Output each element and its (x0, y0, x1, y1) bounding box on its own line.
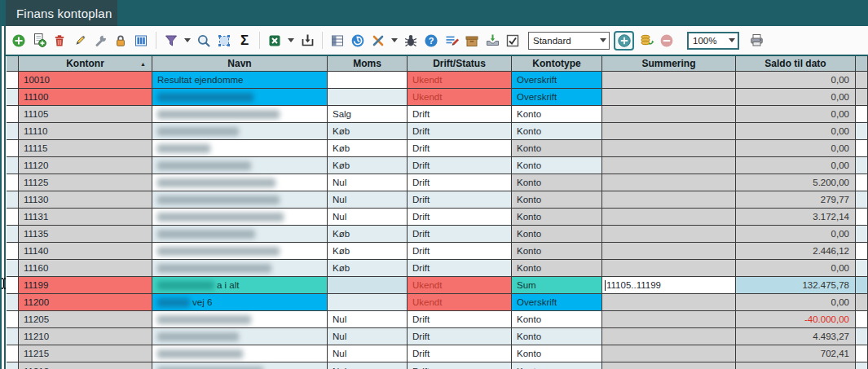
cell-saldo[interactable]: 4.493,27 (736, 328, 856, 345)
cell-navn[interactable] (152, 260, 328, 277)
cell-summering[interactable] (602, 311, 736, 328)
cell-kontonr[interactable]: 11218 (19, 362, 152, 369)
row-selector[interactable] (7, 106, 19, 123)
cell-navn[interactable] (152, 191, 328, 209)
cell-saldo[interactable]: 279,77 (736, 191, 856, 209)
cell-kontonr[interactable]: 11199 (19, 277, 152, 294)
cell-summering[interactable] (602, 140, 736, 157)
cell-navn[interactable] (152, 140, 328, 157)
cell-kontonr[interactable]: 11125 (19, 174, 152, 191)
checkbox-checked-icon[interactable] (504, 33, 521, 49)
cell-drift-status[interactable]: Drift (408, 174, 512, 191)
row-selector[interactable] (7, 174, 19, 191)
cell-summering[interactable] (602, 345, 736, 362)
cell-kontonr[interactable]: 11160 (19, 260, 152, 277)
lock-icon[interactable] (112, 33, 129, 49)
row-selector[interactable] (7, 72, 19, 89)
cell-saldo[interactable]: 132.475,78 (736, 277, 856, 294)
report-icon[interactable] (329, 33, 346, 49)
header-moms[interactable]: Moms (328, 56, 408, 72)
cell-navn[interactable]: Resultat ejendomme (152, 72, 328, 89)
split-icon[interactable] (370, 33, 386, 49)
cell-kontotype[interactable]: Konto (512, 311, 602, 328)
edit-icon[interactable] (72, 33, 88, 49)
zoom-select[interactable]: 100% (687, 32, 739, 50)
cell-saldo[interactable]: 0,00 (736, 294, 856, 311)
cell-kontonr[interactable]: 11120 (19, 157, 152, 174)
row-selector[interactable] (7, 89, 19, 106)
cell-kontotype[interactable]: Konto (512, 157, 602, 174)
cell-navn[interactable]: a i alt (152, 277, 328, 294)
cell-navn[interactable] (152, 311, 328, 328)
cell-moms[interactable]: Køb (328, 243, 408, 260)
excel-export-dropdown-icon[interactable] (288, 38, 294, 42)
cell-kontotype[interactable]: Konto (512, 226, 602, 243)
cell-saldo[interactable]: 0,00 (736, 260, 856, 277)
cell-drift-status[interactable]: Drift (408, 123, 512, 140)
cell-saldo[interactable]: 2.446,12 (736, 243, 856, 260)
cell-drift-status[interactable]: Drift (408, 243, 512, 260)
cell-kontotype[interactable]: Konto (512, 345, 602, 362)
import-box-icon[interactable] (299, 33, 315, 49)
cell-saldo[interactable]: 5.200,00 (736, 174, 856, 191)
cell-drift-status[interactable]: Drift (408, 362, 512, 369)
cell-kontonr[interactable]: 11205 (19, 311, 152, 328)
cell-navn[interactable] (152, 345, 328, 362)
cell-moms[interactable]: Køb (328, 140, 408, 157)
cell-drift-status[interactable]: Drift (408, 106, 512, 123)
cell-saldo[interactable]: 702,41 (736, 345, 856, 362)
cell-kontotype[interactable]: Sum (512, 277, 602, 294)
cell-saldo[interactable]: 0,00 (736, 106, 856, 123)
cell-saldo[interactable] (736, 362, 856, 369)
cell-drift-status[interactable]: Drift (408, 191, 512, 209)
header-navn[interactable]: Navn (152, 56, 328, 72)
cell-navn[interactable] (152, 123, 328, 140)
cell-navn[interactable]: vej 6 (152, 294, 328, 311)
add-icon[interactable] (11, 33, 27, 49)
search-icon[interactable] (196, 33, 212, 49)
inbox-icon[interactable] (484, 33, 500, 49)
cell-moms[interactable] (328, 277, 408, 294)
cell-navn[interactable] (152, 174, 328, 191)
cell-summering[interactable] (602, 72, 736, 89)
cell-summering[interactable] (602, 123, 736, 140)
cell-drift-status[interactable]: Drift (408, 345, 512, 362)
row-selector[interactable] (7, 362, 19, 369)
cell-kontonr[interactable]: 11100 (19, 89, 152, 106)
excel-export-icon[interactable] (267, 33, 283, 49)
cell-moms[interactable]: Køb (328, 157, 408, 174)
cell-kontotype[interactable]: Overskrift (512, 72, 602, 89)
row-selector[interactable] (7, 345, 19, 362)
cell-saldo[interactable]: 0,00 (736, 72, 856, 89)
cell-navn[interactable] (152, 157, 328, 174)
cell-kontonr[interactable]: 11115 (19, 140, 152, 157)
cell-kontotype[interactable]: Konto (512, 243, 602, 260)
history-icon[interactable] (350, 33, 366, 49)
cell-drift-status[interactable]: Drift (408, 209, 512, 226)
select-region-icon[interactable] (216, 33, 232, 49)
cell-navn[interactable] (152, 89, 328, 106)
row-selector[interactable] (7, 277, 19, 294)
row-selector[interactable] (7, 157, 19, 174)
cell-moms[interactable]: Køb (328, 260, 408, 277)
cell-summering[interactable] (602, 106, 736, 123)
cell-summering[interactable] (602, 191, 736, 209)
cell-drift-status[interactable]: Drift (408, 140, 512, 157)
row-selector[interactable] (7, 243, 19, 260)
sum-icon[interactable]: Σ (236, 33, 253, 49)
cell-moms[interactable]: Køb (328, 226, 408, 243)
cell-summering[interactable] (602, 209, 736, 226)
cell-moms[interactable]: Nul (328, 311, 408, 328)
cell-drift-status[interactable]: Ukendt (408, 72, 512, 89)
cell-moms[interactable]: Nul (328, 191, 408, 209)
cell-drift-status[interactable]: Drift (408, 260, 512, 277)
row-selector[interactable] (7, 311, 19, 328)
cell-kontotype[interactable]: Overskrift (512, 89, 602, 106)
cell-summering[interactable] (602, 260, 736, 277)
cell-kontotype[interactable]: Konto (512, 209, 602, 226)
header-summering[interactable]: Summering (602, 56, 736, 72)
cell-summering[interactable]: 11105..11199 (602, 277, 736, 294)
title-tab[interactable]: Finans kontoplan (6, 0, 117, 26)
row-selector[interactable] (7, 226, 19, 243)
columns-icon[interactable] (133, 33, 149, 49)
